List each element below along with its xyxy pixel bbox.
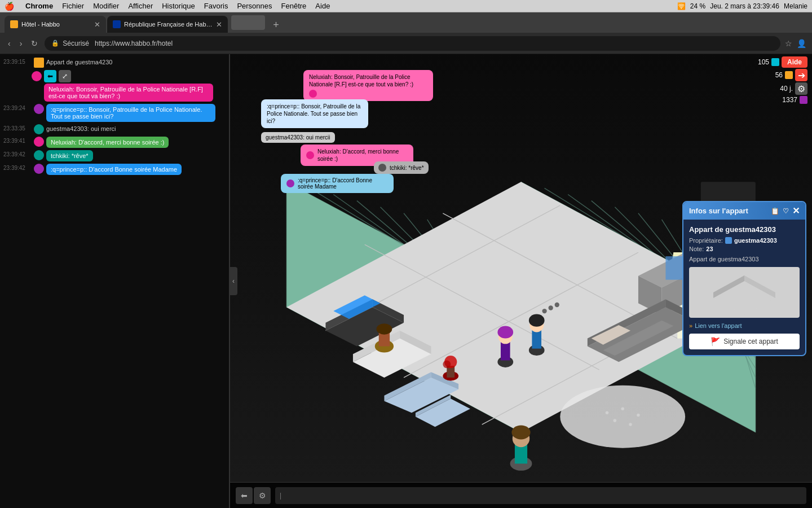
- report-button-label: Signale cet appart: [723, 338, 778, 345]
- hud-btn-3[interactable]: ⚙: [795, 82, 807, 95]
- chrome-menu[interactable]: Chrome: [25, 2, 53, 10]
- owner-label: Propriétaire:: [689, 237, 723, 244]
- duck-icon: [785, 71, 793, 79]
- aide-menu[interactable]: Aide: [315, 2, 330, 10]
- info-link[interactable]: Lien vers l'appart: [689, 322, 800, 329]
- msg-text-0: Appart de guestma4230: [46, 58, 112, 65]
- fichier-menu[interactable]: Fichier: [62, 2, 84, 10]
- main-content: 23:39:15 Appart de guestma4230 ⬅ ⤢: [0, 54, 812, 508]
- info-panel-title: Infos sur l'appart: [689, 207, 748, 215]
- favoris-menu[interactable]: Favoris: [204, 2, 228, 10]
- owner-icon: [725, 237, 732, 244]
- svg-point-53: [549, 305, 553, 310]
- aide-button[interactable]: Aide: [782, 56, 807, 68]
- msg-text-3: guestma42303: oui merci: [46, 124, 116, 132]
- chat-message-4: 23:39:42 tchkiki: *rêve*: [0, 149, 229, 163]
- hud-btn-2[interactable]: ➔: [795, 69, 807, 81]
- msg-nav-icon: ⬅: [44, 70, 56, 82]
- report-flag-icon: 🚩: [710, 337, 720, 346]
- address-input[interactable]: 🔒 Sécurisé https://www.habbo.fr/hotel: [45, 36, 780, 51]
- hud-days: 40 j.: [780, 85, 793, 93]
- svg-point-73: [637, 414, 640, 417]
- svg-point-51: [529, 314, 545, 327]
- msg-avatar-2: [34, 104, 44, 114]
- chat-message-3: 23:39:41 Neluxiah: D'accord, merci bonne…: [0, 135, 229, 149]
- svg-point-70: [560, 386, 685, 448]
- datetime-display: Jeu. 2 mars à 23:39:46: [710, 2, 779, 10]
- tab-close-habbo[interactable]: ✕: [94, 20, 100, 29]
- tab-close-rf[interactable]: ✕: [216, 20, 222, 29]
- duckets-value: 56: [775, 71, 783, 79]
- toolbar-settings-icon[interactable]: ⚙: [254, 487, 271, 504]
- tab-bar: Hôtel - Habbo ✕ République Française de …: [0, 12, 812, 33]
- svg-point-72: [621, 408, 624, 411]
- address-url: https://www.habbo.fr/hotel: [95, 40, 173, 47]
- msg-avatar-3: [34, 124, 44, 134]
- address-bar: ‹ › ↻ 🔒 Sécurisé https://www.habbo.fr/ho…: [0, 33, 812, 54]
- info-link-text: Lien vers l'appart: [695, 322, 742, 329]
- msg-avatar-0: [34, 58, 44, 68]
- toolbar-nav-icon[interactable]: ⬅: [236, 487, 253, 504]
- game-bubble-neluxiah: Neluxiah: Bonsoir, Patrouille de la Poli…: [303, 70, 433, 101]
- msg-time-6: 23:39:42: [3, 164, 32, 171]
- game-bubble-prince1: :q=prince=p:: Bonsoir, Patrouille de la …: [261, 99, 368, 128]
- svg-marker-80: [713, 281, 775, 315]
- info-thumbnail: [689, 267, 800, 318]
- tab-favicon-habbo: [10, 20, 18, 28]
- msg-bubble-2: :q=prince=p:: Bonsoir, Patrouille de la …: [46, 104, 215, 122]
- game-avatar-neluxiah2: [306, 151, 314, 159]
- star-icon: [800, 96, 807, 104]
- apple-menu[interactable]: 🍎: [5, 2, 14, 11]
- msg-bubble-6: :q=prince=p:: D'accord Bonne soirée Mada…: [46, 164, 182, 175]
- info-fav-icon[interactable]: ♡: [783, 207, 789, 215]
- svg-point-74: [614, 419, 617, 422]
- svg-point-71: [606, 411, 609, 415]
- thumb-svg: [708, 270, 781, 315]
- info-report-button[interactable]: 🚩 Signale cet appart: [689, 334, 800, 349]
- tab-label-rf: République Française de Hab…: [124, 21, 213, 28]
- new-tab-button[interactable]: +: [268, 17, 284, 33]
- chrome-window: Hôtel - Habbo ✕ République Française de …: [0, 12, 812, 508]
- collapse-panel-button[interactable]: ‹: [230, 267, 237, 295]
- msg-expand-icon: ⤢: [59, 70, 71, 82]
- afficher-menu[interactable]: Afficher: [128, 2, 153, 10]
- msg-bubble-1: Neluxiah: Bonsoir, Patrouille de la Poli…: [44, 84, 213, 102]
- msg-time-0: 23:39:15: [3, 58, 32, 65]
- chat-panel: 23:39:15 Appart de guestma4230 ⬅ ⤢: [0, 54, 230, 508]
- info-panel: Infos sur l'appart 📋 ♡ ✕ Appart de guest…: [682, 201, 806, 356]
- personnes-menu[interactable]: Personnes: [237, 2, 272, 10]
- modifier-menu[interactable]: Modifier: [93, 2, 119, 10]
- reload-button[interactable]: ↻: [29, 37, 40, 50]
- menu-bar: 🍎 Chrome Fichier Modifier Afficher Histo…: [0, 0, 812, 12]
- msg-time-4: 23:39:41: [3, 137, 32, 144]
- bookmark-icon[interactable]: ☆: [785, 39, 792, 48]
- forward-button[interactable]: ›: [17, 37, 25, 50]
- svg-point-52: [542, 309, 546, 313]
- address-text: Sécurisé: [63, 40, 89, 47]
- svg-point-54: [555, 303, 559, 307]
- chat-messages: 23:39:15 Appart de guestma4230 ⬅ ⤢: [0, 54, 229, 508]
- tab-rf[interactable]: République Française de Hab… ✕: [107, 16, 228, 33]
- fenetre-menu[interactable]: Fenêtre: [281, 2, 307, 10]
- hud-top-right: 105 Aide 56 ➔ 40 j. ⚙: [753, 54, 812, 106]
- info-note-row: Note: 23: [689, 246, 800, 252]
- game-avatar-prince2: [286, 179, 294, 187]
- diamond-icon: [771, 58, 779, 66]
- hud-duckets: 56: [775, 71, 793, 79]
- msg-time-5: 23:39:42: [3, 150, 32, 157]
- extensions-icon[interactable]: 👤: [797, 39, 806, 48]
- game-bubble-guestma: guestma42303: oui mercii: [261, 132, 335, 143]
- chat-message-system: 23:39:15 Appart de guestma4230: [0, 56, 229, 69]
- chat-text-input[interactable]: [280, 492, 802, 500]
- chat-message-0: ⬅ ⤢ Neluxiah: Bonsoir, Patrouille de la …: [0, 69, 229, 103]
- chat-input-bar: [275, 487, 806, 504]
- info-panel-header: Infos sur l'appart 📋 ♡ ✕: [683, 202, 805, 220]
- historique-menu[interactable]: Historique: [162, 2, 195, 10]
- svg-point-43: [443, 360, 451, 368]
- tab-habbo[interactable]: Hôtel - Habbo ✕: [5, 16, 106, 33]
- info-copy-icon[interactable]: 📋: [771, 207, 779, 215]
- info-close-button[interactable]: ✕: [792, 205, 800, 216]
- back-button[interactable]: ‹: [6, 37, 13, 50]
- info-owner-row: Propriétaire: guestma42303: [689, 237, 800, 244]
- game-avatar-neluxiah: [309, 90, 317, 98]
